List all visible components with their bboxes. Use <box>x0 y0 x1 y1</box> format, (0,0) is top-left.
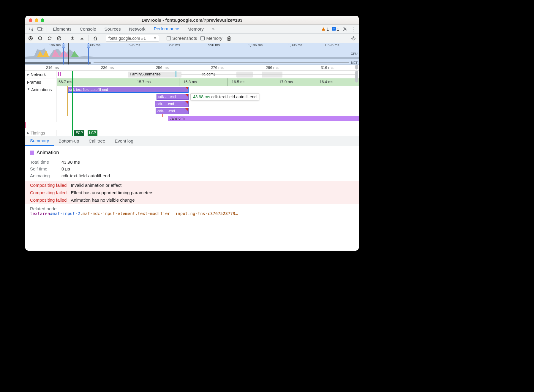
animating-value: cdk-text-field-autofill-end <box>61 173 110 178</box>
settings-icon[interactable] <box>342 26 347 32</box>
net-segment[interactable]: FamilySummaries <box>128 72 181 78</box>
transform-bar[interactable]: transform <box>168 116 359 121</box>
reload-icon[interactable] <box>47 35 53 41</box>
window-title: DevTools - fonts.google.com/?preview.siz… <box>25 18 359 23</box>
maximize-icon[interactable] <box>41 18 44 22</box>
animation-bar[interactable]: cdk-…-end <box>156 108 189 114</box>
record-icon[interactable] <box>28 35 34 41</box>
selection-handle-right[interactable]: || <box>88 43 89 64</box>
track-label-frames[interactable]: Frames <box>25 78 57 86</box>
memory-checkbox[interactable]: Memory <box>200 36 222 41</box>
hover-tooltip: 43.98 mscdk-text-field-autofill-end <box>190 93 259 100</box>
separator <box>47 26 47 32</box>
drawer-tabs: Summary Bottom-up Call tree Event log <box>25 136 359 146</box>
overview-ticks: 196 ms 396 ms 596 ms 796 ms 996 ms 1,196… <box>25 43 359 48</box>
animation-bar[interactable]: cdk-…-end <box>157 94 189 100</box>
devtools-window: DevTools - fonts.google.com/?preview.siz… <box>25 16 359 251</box>
issues-badge[interactable]: 1 <box>332 27 339 31</box>
warnings-badge[interactable]: 1 <box>321 27 329 31</box>
playhead[interactable] <box>72 71 73 136</box>
capture-settings-icon[interactable] <box>350 35 356 41</box>
tab-network[interactable]: Network <box>125 25 150 33</box>
net-bar[interactable] <box>60 72 61 76</box>
related-node-label: Related node <box>30 206 354 211</box>
svg-rect-1 <box>38 27 41 30</box>
cursor-line <box>76 43 76 64</box>
garbage-collect-icon[interactable] <box>226 35 232 41</box>
drawer-tab-calltree[interactable]: Call tree <box>84 136 110 146</box>
svg-rect-12 <box>25 62 91 64</box>
home-icon[interactable] <box>92 35 98 41</box>
animation-bar[interactable]: cdk-…-end <box>155 101 189 107</box>
titlebar: DevTools - fonts.google.com/?preview.siz… <box>25 16 359 25</box>
cpu-label: CPU <box>351 52 358 56</box>
drawer-tab-bottomup[interactable]: Bottom-up <box>54 136 84 146</box>
cursor-line <box>68 43 69 64</box>
inspect-icon[interactable] <box>27 25 36 33</box>
cpu-graph <box>25 48 359 59</box>
separator <box>89 35 89 41</box>
net-marker[interactable] <box>176 71 176 77</box>
animation-bar-main[interactable]: cdk-text-field-autofill-end <box>67 87 189 93</box>
start-marker <box>67 86 68 116</box>
start-profiling-icon[interactable] <box>37 35 43 41</box>
tab-memory[interactable]: Memory <box>184 25 208 33</box>
lcp-marker[interactable]: LCP <box>88 130 97 136</box>
net-segment[interactable] <box>236 72 253 78</box>
net-label: NET <box>351 61 358 64</box>
chevron-down-icon: ▼ <box>154 37 157 40</box>
panel-tabs: Elements Console Sources Network Perform… <box>25 25 359 34</box>
color-swatch <box>30 151 34 155</box>
warning-icon <box>321 27 326 31</box>
overview-timeline[interactable]: 196 ms 396 ms 596 ms 796 ms 996 ms 1,196… <box>25 43 359 65</box>
tab-sources[interactable]: Sources <box>100 25 125 33</box>
animations-track: ▼Animations cdk-text-field-autofill-end … <box>25 86 359 122</box>
net-bar[interactable] <box>58 72 59 76</box>
scroll-thumb[interactable] <box>355 65 358 69</box>
summary-panel: Animation Total time43.98 ms Self time0 … <box>25 146 359 218</box>
selection-handle-left[interactable]: || <box>63 43 64 64</box>
related-node-link[interactable]: textarea#mat-input-2.mat-mdc-input-eleme… <box>30 211 354 216</box>
separator <box>163 35 163 41</box>
compositing-failures: Compositing failedInvalid animation or e… <box>25 181 359 204</box>
svg-point-4 <box>344 28 346 30</box>
kebab-icon[interactable]: ⋮ <box>350 26 356 32</box>
drawer-tab-summary[interactable]: Summary <box>25 136 54 146</box>
track-label-network[interactable]: ▶Network <box>25 71 57 78</box>
scroll-thumb[interactable] <box>355 71 358 83</box>
tab-elements[interactable]: Elements <box>49 25 76 33</box>
clear-icon[interactable] <box>56 35 62 41</box>
screenshots-checkbox[interactable]: Screenshots <box>167 36 197 41</box>
tab-performance[interactable]: Performance <box>150 25 184 33</box>
network-track: ▶Network :s FamilySummaries le.com) <box>25 71 359 78</box>
svg-rect-2 <box>42 28 43 31</box>
recording-dropdown[interactable]: fonts.google.com #1 ▼ <box>106 35 159 42</box>
net-segment[interactable] <box>262 72 282 78</box>
detail-ruler[interactable]: 216 ms 236 ms 256 ms 276 ms 296 ms 316 m… <box>25 65 359 71</box>
upload-icon[interactable] <box>69 35 75 41</box>
frames-track: Frames 66.7 ms 15.7 ms 16.8 ms 16.5 ms 1… <box>25 78 359 86</box>
svg-point-11 <box>353 37 354 39</box>
performance-toolbar: fonts.google.com #1 ▼ Screenshots Memory <box>25 34 359 43</box>
separator <box>102 35 102 41</box>
tab-console[interactable]: Console <box>76 25 100 33</box>
track-label-animations[interactable]: ▼Animations <box>25 86 57 122</box>
close-icon[interactable] <box>29 18 32 22</box>
device-icon[interactable] <box>36 25 45 33</box>
drawer-tab-eventlog[interactable]: Event log <box>110 136 138 146</box>
svg-point-7 <box>39 37 42 40</box>
fcp-marker[interactable]: FCP <box>74 130 84 136</box>
net-graph <box>25 62 359 64</box>
summary-heading: Animation <box>37 150 59 156</box>
self-time-value: 0 μs <box>61 166 70 171</box>
tab-overflow[interactable]: » <box>208 25 219 33</box>
svg-rect-3 <box>332 27 336 31</box>
flame-tracks: ▶Network :s FamilySummaries le.com) Fram… <box>25 71 359 136</box>
minimize-icon[interactable] <box>35 18 38 22</box>
svg-line-9 <box>58 37 61 40</box>
separator <box>66 35 66 41</box>
svg-rect-13 <box>94 62 349 63</box>
info-icon <box>332 27 336 31</box>
track-label-timings[interactable]: ▶Timings <box>25 130 57 136</box>
download-icon[interactable] <box>79 35 85 41</box>
